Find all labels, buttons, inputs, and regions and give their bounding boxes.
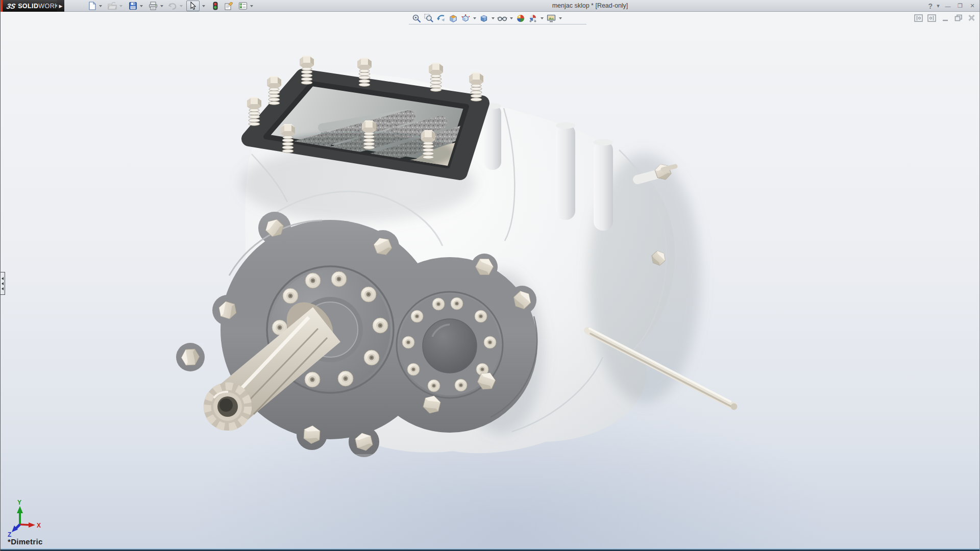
- y-axis-arrow: [17, 506, 23, 513]
- print-dropdown[interactable]: [159, 1, 165, 11]
- x-axis-label: X: [37, 522, 41, 529]
- apply-scene-button[interactable]: [527, 13, 538, 23]
- feature-manager-collapsed-tab[interactable]: [1, 272, 5, 295]
- display-style-icon: [479, 14, 488, 23]
- zoom-to-fit-icon: [412, 14, 421, 23]
- brand-bold: SOLID: [18, 3, 38, 10]
- open-document-button[interactable]: [107, 1, 118, 11]
- close-window-button[interactable]: ✕: [967, 2, 977, 10]
- save-button[interactable]: [127, 1, 138, 11]
- hide-show-items-dropdown[interactable]: [509, 13, 514, 23]
- view-orientation-button[interactable]: [460, 13, 471, 23]
- x-axis-arrow: [29, 522, 35, 528]
- view-settings-icon: [547, 14, 556, 23]
- view-settings-button[interactable]: [546, 13, 557, 23]
- options-icon: [238, 2, 248, 10]
- save-icon: [129, 2, 137, 10]
- restore-document-button[interactable]: [953, 14, 963, 22]
- display-style-button[interactable]: [478, 13, 489, 23]
- open-document-icon: [108, 2, 117, 10]
- help-dropdown[interactable]: ▾: [936, 2, 941, 10]
- minimize-document-button[interactable]: [940, 14, 950, 22]
- view-orientation-icon: [461, 14, 470, 23]
- zoom-to-area-button[interactable]: [423, 13, 434, 23]
- options-dropdown[interactable]: [249, 1, 255, 11]
- headsup-view-toolbar: [409, 12, 586, 24]
- dassault-3s-icon: 3S: [6, 2, 16, 10]
- undo-dropdown[interactable]: [178, 1, 184, 11]
- window-controls: ? ▾ — ❐ ✕: [927, 0, 977, 12]
- apply-scene-icon: [528, 14, 537, 23]
- print-icon: [149, 2, 158, 10]
- previous-view-icon: [436, 14, 446, 23]
- hex-bolt: [469, 72, 483, 101]
- hex-bolt: [267, 76, 281, 105]
- titlebar: 3S SOLID WORKS ▶: [1, 0, 980, 12]
- gearbox-model: Y X Z: [1, 12, 980, 551]
- document-title: menjac sklop * [Read-only]: [531, 0, 649, 12]
- collapse-pane-left-button[interactable]: [914, 14, 923, 22]
- expand-panel-arrow-icon: [2, 277, 4, 280]
- rebuild-button[interactable]: [210, 1, 221, 11]
- undo-icon: [168, 2, 177, 10]
- expand-panel-arrow-icon: [2, 287, 4, 290]
- view-orientation-label: *Dimetric: [8, 537, 43, 546]
- new-document-icon: [88, 2, 96, 10]
- select-tool-button[interactable]: [186, 1, 200, 11]
- save-dropdown[interactable]: [138, 1, 144, 11]
- graphics-viewport[interactable]: Y X Z: [1, 12, 980, 551]
- undo-button[interactable]: [167, 1, 178, 11]
- reference-triad: Y X Z: [8, 499, 41, 538]
- collapse-pane-right-button[interactable]: [927, 14, 937, 22]
- rebuild-traffic-light-icon: [212, 2, 218, 11]
- expand-panel-arrow-icon: [2, 282, 4, 285]
- viewport-bottom-border: [1, 548, 980, 549]
- solidworks-window: 3S SOLID WORKS ▶: [0, 0, 980, 551]
- hex-bolt: [429, 63, 443, 91]
- help-button[interactable]: ?: [927, 2, 934, 10]
- hide-show-items-button[interactable]: [497, 13, 508, 23]
- dome-cap: [423, 319, 477, 373]
- select-cursor-icon: [189, 2, 197, 10]
- close-document-button[interactable]: [967, 14, 976, 22]
- pane-right-icon: [927, 14, 936, 22]
- y-axis-label: Y: [17, 499, 21, 506]
- zoom-to-fit-button[interactable]: [411, 13, 422, 23]
- display-style-dropdown[interactable]: [491, 13, 496, 23]
- view-settings-dropdown[interactable]: [558, 13, 563, 23]
- splined-shaft-end: [204, 383, 252, 431]
- solidworks-logo: 3S SOLID WORKS: [3, 0, 57, 12]
- menu-flyout-arrow[interactable]: ▶: [57, 0, 64, 12]
- previous-view-button[interactable]: [435, 13, 447, 23]
- select-tool-dropdown[interactable]: [201, 1, 207, 11]
- new-document-button[interactable]: [86, 1, 97, 11]
- pane-left-icon: [914, 14, 923, 22]
- view-orientation-dropdown[interactable]: [472, 13, 477, 23]
- hex-bolt: [247, 97, 261, 126]
- restore-icon: [954, 14, 963, 21]
- section-view-button[interactable]: [448, 13, 459, 23]
- file-properties-button[interactable]: [223, 1, 234, 11]
- options-button[interactable]: [237, 1, 249, 11]
- hex-bolt: [357, 58, 372, 86]
- section-view-icon: [449, 14, 458, 23]
- apply-scene-dropdown[interactable]: [540, 13, 545, 23]
- file-properties-icon: [224, 2, 234, 10]
- hide-show-items-icon: [497, 14, 507, 23]
- print-button[interactable]: [148, 1, 159, 11]
- edit-appearance-button[interactable]: [515, 13, 526, 23]
- new-document-dropdown[interactable]: [97, 1, 104, 11]
- close-icon: [968, 14, 975, 21]
- document-window-controls: [914, 14, 976, 22]
- open-document-dropdown[interactable]: [118, 1, 124, 11]
- minimize-icon: [942, 15, 949, 21]
- zoom-to-area-icon: [424, 14, 433, 23]
- restore-window-button[interactable]: ❐: [955, 2, 965, 10]
- edit-appearance-icon: [516, 14, 525, 23]
- minimize-window-button[interactable]: —: [943, 2, 953, 10]
